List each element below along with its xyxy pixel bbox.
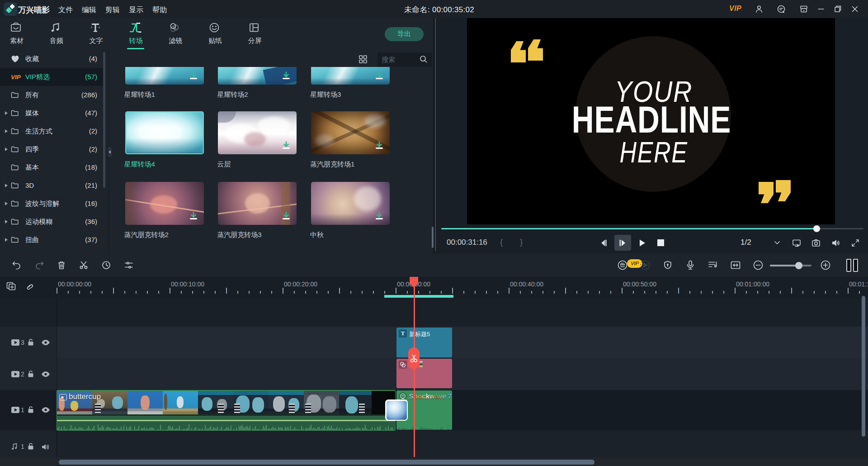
svg-text:VIP: VIP: [11, 74, 21, 81]
